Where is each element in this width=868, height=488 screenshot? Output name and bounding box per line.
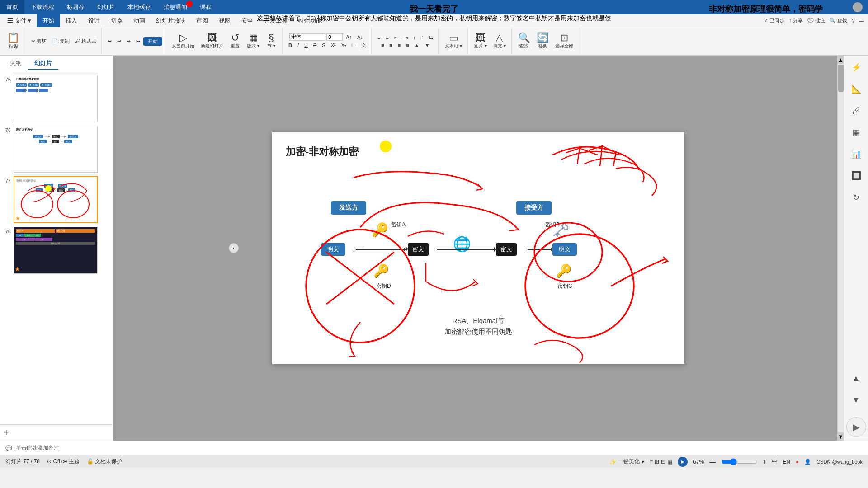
increase-indent-button[interactable]: ⇥ [401, 34, 410, 41]
home-button[interactable]: 首页 [0, 0, 24, 14]
font-family-input[interactable] [289, 33, 326, 41]
undo2-button[interactable]: ↩ [115, 38, 123, 45]
tab-dev[interactable]: 开发工具 [259, 15, 293, 27]
format-button[interactable]: 🖊 格式式 [73, 38, 99, 45]
text-dir-button[interactable]: ⇆ [427, 34, 435, 41]
columns-button[interactable]: ⫶ [419, 34, 426, 41]
right-btn-1[interactable]: ⚡ [848, 59, 864, 75]
slide-item-77[interactable]: 77 密钥-非对称密钥 发送方 → 接受方 明文 → 密文 → [2, 175, 111, 224]
redo2-button[interactable]: ↪ [134, 38, 142, 45]
zoom-slider[interactable] [721, 458, 757, 465]
user-avatar[interactable] [853, 2, 863, 12]
align-left-button[interactable]: ≡ [379, 42, 386, 48]
increase-para-button[interactable]: ▼ [422, 42, 432, 48]
zoom-out-button[interactable]: — [709, 458, 716, 465]
right-btn-2[interactable]: 📐 [848, 81, 864, 97]
font-larger-button[interactable]: A↑ [344, 34, 354, 40]
share-button[interactable]: ↑ 分享 [787, 17, 805, 24]
font-smaller-button[interactable]: A↓ [355, 34, 365, 40]
picture-button[interactable]: 🖼 图片 ▾ [472, 32, 490, 50]
tab-start[interactable]: ☰ 文件 ▾ [2, 15, 37, 27]
find-ribbon-button[interactable]: 🔍 查找 [515, 32, 533, 50]
right-scroll-down[interactable]: ▼ [848, 392, 864, 408]
sync-button[interactable]: ✓ 已同步 [762, 17, 787, 24]
superscript-button[interactable]: X² [329, 42, 338, 48]
align-right-button[interactable]: ≡ [396, 42, 403, 48]
slide-item-76[interactable]: 76 密钥-对称密钥 发送方 —▶ 密文 —▶ 接受方 明文 [2, 125, 111, 174]
undo-button[interactable]: ↩ [105, 38, 114, 45]
right-btn-4[interactable]: ▦ [848, 124, 864, 141]
tab-security[interactable]: 安全 [236, 15, 259, 27]
right-btn-7[interactable]: ↻ [848, 189, 864, 206]
download-flow-button[interactable]: 下载流程 [24, 0, 61, 14]
slide-item-78[interactable]: 78 HTTP HTTPS TCP TLS TCP IP [2, 226, 111, 275]
slide-thumb-76[interactable]: 密钥-对称密钥 发送方 —▶ 密文 —▶ 接受方 明文 → 密□ → [14, 126, 98, 173]
find-button[interactable]: 🔍 查找 [827, 17, 849, 24]
bullet-button[interactable]: ≡ [375, 34, 382, 41]
tab-special[interactable]: 特色功能 [293, 15, 327, 27]
tab-slideshow[interactable]: 幻灯片放映 [151, 15, 191, 27]
view-btn-2[interactable]: ⊞ [655, 459, 659, 465]
align-center-button[interactable]: ≡ [387, 42, 394, 48]
justify-button[interactable]: ≡ [404, 42, 411, 48]
beautify-button[interactable]: ✨ 一键美化 ▾ [609, 458, 644, 465]
numbered-button[interactable]: ≡ [383, 34, 391, 41]
layout-button[interactable]: ▦ 版式 ▾ [244, 32, 262, 50]
right-btn-3[interactable]: 🖊 [848, 103, 864, 119]
strikethrough-button[interactable]: S [311, 42, 319, 48]
vertical-scrollbar[interactable]: ▲ ▼ [837, 56, 844, 441]
course-button[interactable]: 课程 [193, 0, 218, 14]
title-save-button[interactable]: 标题存 [61, 0, 91, 14]
bold-button[interactable]: B [286, 42, 294, 48]
from-current-button[interactable]: ▷ 从当前开始 [169, 32, 197, 50]
tab-outline[interactable]: 大纲 [4, 57, 28, 70]
textbox-button[interactable]: ▭ 文本框 ▾ [442, 32, 465, 50]
tab-design[interactable]: 设计 [83, 15, 105, 27]
comment-button[interactable]: 💬 批注 [805, 17, 827, 24]
italic-button[interactable]: I [295, 42, 301, 48]
tab-insert[interactable]: 插入 [60, 15, 83, 27]
slideshow-button[interactable]: 幻灯片 [91, 0, 121, 14]
zoom-in-button[interactable]: + [763, 458, 766, 465]
prev-slide-button[interactable]: ‹ [229, 243, 239, 253]
new-slide-button[interactable]: 🖼 新建幻灯片 [198, 32, 226, 50]
underline-button[interactable]: U [302, 42, 310, 48]
start-play-button[interactable]: 开始 [143, 37, 162, 46]
right-btn-5[interactable]: 📊 [848, 146, 864, 162]
font-size-input[interactable] [326, 33, 343, 41]
slide-thumb-77[interactable]: 密钥-非对称密钥 发送方 → 接受方 明文 → 密文 → 密文 → [14, 176, 98, 223]
view-btn-1[interactable]: ≡ [650, 459, 653, 465]
play-status-button[interactable]: ▶ [678, 457, 688, 467]
minimize-button[interactable]: — [857, 18, 866, 24]
slide-item-75[interactable]: 75 口重程序&发射程序 ▶ 步骤1 ▶ 步骤2 ▶ 步骤3 [2, 74, 111, 123]
chinese-button[interactable]: 文 [359, 42, 368, 49]
help-button[interactable]: ? [849, 18, 857, 24]
notes-bar[interactable]: 💬 单击此处添加备注 [0, 441, 868, 455]
local-cache-button[interactable]: 本地缓存 [121, 0, 157, 14]
paste-button[interactable]: 📋 粘贴 [5, 32, 22, 51]
add-slide-button[interactable]: + [4, 427, 9, 438]
tab-animation[interactable]: 动画 [128, 15, 151, 27]
view-btn-4[interactable]: ▦ [667, 459, 672, 465]
line-spacing-button[interactable]: ↕ [411, 34, 418, 41]
decrease-para-button[interactable]: ▲ [412, 42, 422, 48]
right-btn-6[interactable]: 🔲 [848, 168, 864, 184]
slide-thumb-75[interactable]: 口重程序&发射程序 ▶ 步骤1 ▶ 步骤2 ▶ 步骤3 [14, 75, 98, 122]
slides-panel[interactable]: 75 口重程序&发射程序 ▶ 步骤1 ▶ 步骤2 ▶ 步骤3 [0, 70, 113, 424]
notification-button[interactable]: 消息通知 [157, 0, 193, 14]
copy-button[interactable]: 📄 复制 [50, 38, 72, 45]
tab-home[interactable]: 开始 [37, 14, 60, 27]
text-spacing-button[interactable]: ≣ [349, 42, 358, 49]
section-button[interactable]: § 节 ▾ [263, 32, 279, 50]
shape-button[interactable]: △ 填充 ▾ [491, 32, 509, 50]
slide-thumb-78[interactable]: HTTP HTTPS TCP TLS TCP IP IP 网络接口层 [14, 227, 98, 274]
notes-placeholder[interactable]: 单击此处添加备注 [16, 444, 59, 452]
select-all-button[interactable]: ⊡ 选择全部 [552, 32, 576, 50]
cut-button[interactable]: ✂ 剪切 [29, 38, 49, 45]
reset-button[interactable]: ↺ 重置 [227, 32, 243, 50]
tab-review[interactable]: 审阅 [191, 15, 213, 27]
redo-button[interactable]: ↪ [124, 38, 133, 45]
tab-switch[interactable]: 切换 [105, 15, 128, 27]
subscript-button[interactable]: X₂ [339, 42, 349, 49]
tab-slides[interactable]: 幻灯片 [28, 57, 58, 70]
